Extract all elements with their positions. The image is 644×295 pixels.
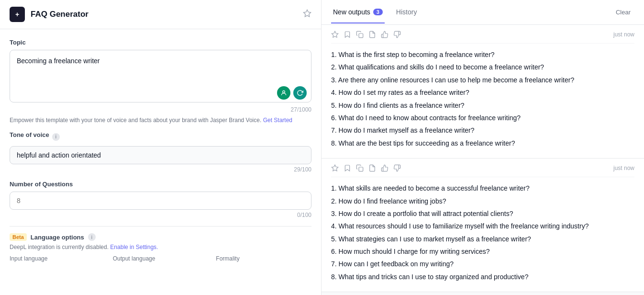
questions-char-count: 0/100 <box>10 212 311 218</box>
tone-label: Tone of voice <box>10 131 49 138</box>
thumbs-down-icon-1[interactable] <box>393 31 401 38</box>
svg-point-1 <box>283 91 285 93</box>
svg-rect-3 <box>359 34 363 38</box>
output-actions-top-2: just now <box>331 159 634 177</box>
favorite-icon[interactable] <box>303 9 311 20</box>
thumbs-down-icon-2[interactable] <box>393 164 401 172</box>
refresh-icon[interactable] <box>293 86 307 100</box>
timestamp-1: just now <box>613 31 634 38</box>
list-item: 3. Are there any online resources I can … <box>331 75 634 85</box>
left-panel: + FAQ Generator Topic Becoming a freelan… <box>0 0 322 295</box>
svg-rect-5 <box>359 167 363 171</box>
star-action-icon-2[interactable] <box>331 164 339 172</box>
app-title: FAQ Generator <box>31 10 297 19</box>
list-item: 8. What are the best tips for succeeding… <box>331 138 634 148</box>
list-item: 8. What tips and tricks can I use to sta… <box>331 272 634 282</box>
right-panel: New outputs 3 History Clear <box>322 0 644 295</box>
language-fields: Input language Output language Formality <box>10 255 311 264</box>
list-item: 6. How much should I charge for my writi… <box>331 246 634 257</box>
questions-input[interactable] <box>10 192 311 210</box>
input-language-group: Input language <box>10 255 105 264</box>
output-actions-top-1: just now <box>331 25 634 44</box>
form-area: Topic Becoming a freelance writer <box>0 29 321 295</box>
output-card-1: just now 1. What is the first step to be… <box>322 25 644 159</box>
copy-action-icon-1[interactable] <box>356 31 364 38</box>
tone-char-count: 29/100 <box>10 166 311 173</box>
topic-label: Topic <box>10 39 311 46</box>
clear-button[interactable]: Clear <box>612 7 634 18</box>
bookmark-action-icon-1[interactable] <box>344 31 351 38</box>
list-item: 1. What skills are needed to become a su… <box>331 183 634 193</box>
new-outputs-badge: 3 <box>373 9 383 15</box>
list-item: 2. What qualifications and skills do I n… <box>331 62 634 72</box>
output-card-2: just now 1. What skills are needed to be… <box>322 159 644 292</box>
app-icon: + <box>10 7 25 22</box>
questions-label: Number of Questions <box>10 181 311 188</box>
tab-new-outputs[interactable]: New outputs 3 <box>331 1 385 23</box>
bookmark-action-icon-2[interactable] <box>344 164 351 172</box>
topic-char-count: 27/1000 <box>10 106 311 113</box>
svg-marker-0 <box>304 10 311 16</box>
list-item: 7. How can I get feedback on my writing? <box>331 259 634 269</box>
topic-textarea-wrapper: Becoming a freelance writer <box>10 50 311 104</box>
output-list-2: 1. What skills are needed to become a su… <box>331 183 634 282</box>
list-item: 4. What resources should I use to famili… <box>331 221 634 231</box>
output-list-1: 1. What is the first step to becoming a … <box>331 49 634 148</box>
brand-voice-text: Empower this template with your tone of … <box>10 117 311 124</box>
input-language-label: Input language <box>10 255 105 262</box>
tab-history[interactable]: History <box>394 1 419 23</box>
timestamp-2: just now <box>613 165 634 171</box>
output-tabs: New outputs 3 History Clear <box>322 0 644 25</box>
tone-label-row: Tone of voice i <box>10 131 311 142</box>
formality-group: Formality <box>216 255 311 264</box>
copy-action-icon-2[interactable] <box>356 164 364 172</box>
thumbs-up-icon-2[interactable] <box>381 164 389 172</box>
list-item: 7. How do I market myself as a freelance… <box>331 125 634 136</box>
list-item: 3. How do I create a portfolio that will… <box>331 208 634 219</box>
doc-action-icon-1[interactable] <box>368 31 376 38</box>
outputs-area: just now 1. What is the first step to be… <box>322 25 644 295</box>
list-item: 5. How do I find clients as a freelance … <box>331 100 634 111</box>
app-header: + FAQ Generator <box>0 0 321 29</box>
enable-settings-link[interactable]: Enable in Settings. <box>110 244 158 250</box>
brand-voice-icon[interactable] <box>277 86 290 100</box>
tone-input[interactable] <box>10 146 311 164</box>
topic-input[interactable]: Becoming a freelance writer <box>10 50 311 102</box>
beta-badge: Beta <box>10 233 27 241</box>
language-options-header: Beta Language options i <box>10 233 311 241</box>
star-action-icon-1[interactable] <box>331 31 339 38</box>
list-item: 6. What do I need to know about contract… <box>331 113 634 123</box>
language-options-label: Language options <box>31 234 84 241</box>
get-started-link[interactable]: Get Started <box>263 117 292 124</box>
doc-action-icon-2[interactable] <box>368 164 376 172</box>
textarea-icons <box>277 86 307 100</box>
list-item: 1. What is the first step to becoming a … <box>331 49 634 60</box>
tone-info-icon[interactable]: i <box>52 133 60 141</box>
number-of-questions-field: Number of Questions 0/100 <box>10 181 311 218</box>
language-section: Beta Language options i DeepL integratio… <box>10 226 311 271</box>
deepl-text: DeepL integration is currently disabled.… <box>10 244 311 250</box>
tone-field: Tone of voice i 29/100 <box>10 131 311 173</box>
questions-input-wrapper <box>10 192 311 210</box>
formality-label: Formality <box>216 255 311 262</box>
output-language-label: Output language <box>113 255 209 262</box>
list-item: 4. How do I set my rates as a freelance … <box>331 87 634 98</box>
output-language-group: Output language <box>113 255 209 264</box>
svg-marker-4 <box>332 165 338 171</box>
list-item: 5. What strategies can I use to market m… <box>331 234 634 244</box>
svg-marker-2 <box>332 31 338 37</box>
language-info-icon[interactable]: i <box>88 233 96 241</box>
thumbs-up-icon-1[interactable] <box>381 31 389 38</box>
list-item: 2. How do I find freelance writing jobs? <box>331 196 634 206</box>
